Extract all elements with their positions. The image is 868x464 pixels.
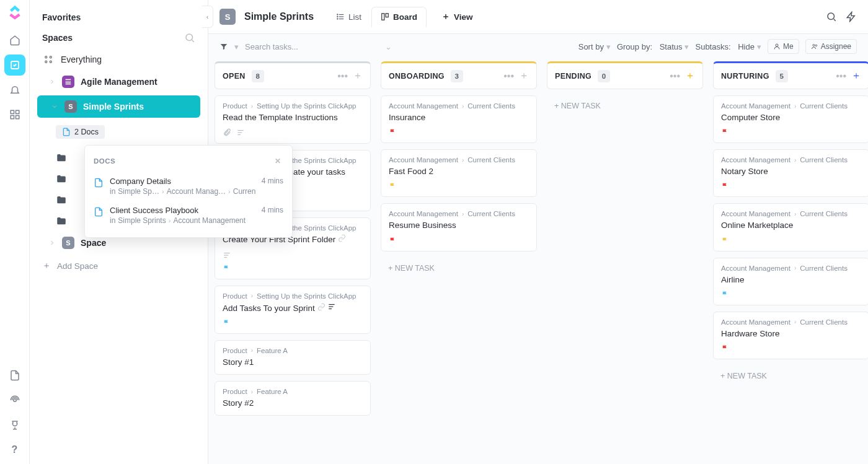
doc-icon (62, 128, 71, 136)
card-breadcrumb: Account Management›Current Clients (721, 210, 861, 217)
collapse-sidebar-button[interactable]: ‹ (202, 6, 213, 28)
svg-point-14 (337, 14, 338, 15)
tasks-icon[interactable] (4, 55, 25, 76)
lane-header[interactable]: PENDING 0 ••• ＋ (547, 61, 703, 89)
group-by-dropdown[interactable]: Group by: Status▾ (617, 42, 689, 51)
flag-icon (389, 237, 397, 245)
subtasks-dropdown[interactable]: Subtasks: Hide▾ (695, 42, 761, 51)
flag-icon (389, 182, 397, 190)
favorites-header[interactable]: Favorites (35, 7, 203, 27)
automations-icon[interactable] (846, 11, 857, 22)
notifications-icon[interactable] (4, 79, 25, 100)
add-card-button[interactable]: ＋ (519, 69, 529, 82)
main-area: ‹ S Simple Sprints List Board ＋ View ▾ S… (208, 0, 868, 464)
new-task-button[interactable]: + NEW TASK (713, 366, 868, 387)
icon-rail: ? (0, 0, 30, 464)
docs-chip-row[interactable]: 2 Docs (35, 120, 203, 144)
lane-header[interactable]: OPEN 8 ••• ＋ (215, 61, 371, 89)
tab-list[interactable]: List (327, 7, 370, 27)
lane-name: NURTURING (721, 72, 769, 81)
more-icon[interactable]: ••• (503, 71, 514, 82)
task-card[interactable]: Account Management›Current Clients Notar… (713, 149, 868, 197)
space-simple-sprints[interactable]: S Simple Sprints (37, 95, 200, 118)
lane-header[interactable]: NURTURING 5 ••• ＋ (713, 61, 868, 89)
caret-down-icon (51, 103, 58, 110)
space-agile[interactable]: ☰ Agile Management (35, 71, 203, 93)
task-card[interactable]: Product›Setting Up the Sprints ClickApp … (215, 95, 371, 144)
chevron-down-icon[interactable]: ▾ (234, 42, 239, 51)
search-icon[interactable] (184, 32, 195, 43)
card-title: Hardware Store (721, 328, 861, 339)
topbar: ‹ S Simple Sprints List Board ＋ View (208, 0, 868, 34)
lane-body: Account Management›Current Clients Compu… (713, 95, 868, 387)
card-title: Resume Business (389, 220, 529, 231)
flag-icon (223, 319, 231, 327)
doc-row[interactable]: Company Details in Simple Sp…› Account M… (85, 172, 292, 201)
svg-point-16 (337, 19, 338, 19)
task-card[interactable]: Account Management›Current Clients Insur… (381, 95, 537, 143)
chevron-down-icon[interactable]: ⌄ (385, 42, 392, 51)
add-card-button[interactable]: ＋ (851, 69, 861, 82)
close-icon[interactable]: ✕ (272, 154, 284, 168)
page-title: Simple Sprints (244, 11, 314, 22)
sort-by-dropdown[interactable]: Sort by▾ (578, 42, 611, 51)
task-card[interactable]: Product›Feature A Story #1 (215, 340, 371, 375)
description-icon (236, 128, 245, 137)
caret-right-icon (48, 78, 56, 85)
more-icon[interactable]: ••• (670, 71, 680, 82)
add-card-button[interactable]: ＋ (353, 69, 363, 82)
tab-board[interactable]: Board (371, 7, 427, 27)
clickup-logo[interactable] (6, 4, 24, 21)
me-filter-button[interactable]: Me (768, 39, 799, 54)
task-card[interactable]: Account Management›Current Clients Fast … (381, 149, 537, 197)
lane-header[interactable]: ONBOARDING 3 ••• ＋ (381, 61, 537, 89)
more-icon[interactable]: ••• (337, 71, 348, 82)
link-icon (317, 303, 326, 311)
card-breadcrumb: Account Management›Current Clients (389, 156, 529, 164)
doc-icon (94, 207, 104, 217)
task-card[interactable]: Account Management›Current Clients Resum… (381, 203, 537, 251)
flag-icon (721, 182, 729, 190)
card-title: Online Marketplace (721, 220, 861, 231)
link-icon (338, 234, 346, 242)
add-view-button[interactable]: ＋ View (435, 6, 479, 27)
pulse-icon[interactable] (4, 390, 25, 411)
card-breadcrumb: Account Management›Current Clients (389, 210, 529, 217)
more-icon[interactable]: ••• (836, 71, 846, 82)
search-input[interactable]: Search tasks... (245, 42, 298, 51)
task-card[interactable]: Product›Feature A Story #2 (215, 381, 371, 416)
svg-rect-18 (386, 14, 388, 17)
home-icon[interactable] (4, 30, 25, 51)
task-card[interactable]: Account Management›Current Clients Hardw… (713, 312, 868, 359)
search-icon[interactable] (826, 11, 837, 22)
help-icon[interactable]: ? (4, 439, 25, 460)
doc-row[interactable]: Client Success Playbook in Simple Sprint… (85, 201, 292, 230)
lane-body: + NEW TASK (547, 95, 703, 116)
folder-icon (56, 173, 67, 185)
filter-icon[interactable] (219, 42, 228, 51)
task-card[interactable]: Account Management›Current Clients Compu… (713, 95, 868, 143)
docs-popover: DOCS ✕ Company Details in Simple Sp…› Ac… (84, 145, 293, 238)
everything-item[interactable]: Everything (35, 48, 203, 71)
svg-point-20 (776, 44, 778, 46)
spaces-header[interactable]: Spaces (35, 27, 203, 48)
assignee-filter-button[interactable]: Assignee (805, 39, 857, 54)
add-space-button[interactable]: ＋ Add Space (35, 254, 203, 278)
dashboards-icon[interactable] (4, 104, 25, 125)
task-card[interactable]: Account Management›Current Clients Onlin… (713, 203, 868, 251)
add-card-button[interactable]: ＋ (685, 69, 695, 82)
doc-breadcrumb: in Simple Sprints› Account Management (110, 216, 255, 225)
task-card[interactable]: Product›Setting Up the Sprints ClickApp … (215, 286, 371, 334)
docs-chip[interactable]: 2 Docs (56, 125, 105, 139)
flag-icon (721, 344, 729, 352)
task-card[interactable]: Account Management›Current Clients Airli… (713, 258, 868, 305)
lane-onboarding: ONBOARDING 3 ••• ＋ Account Management›Cu… (381, 61, 537, 458)
new-task-button[interactable]: + NEW TASK (381, 258, 537, 279)
space-generic-avatar: S (62, 237, 74, 249)
svg-point-5 (13, 399, 16, 402)
goals-icon[interactable] (4, 414, 25, 436)
new-task-button[interactable]: + NEW TASK (547, 95, 703, 116)
attachment-icon (223, 128, 231, 137)
card-breadcrumb: Account Management›Current Clients (721, 102, 861, 110)
docs-icon[interactable] (4, 365, 25, 386)
